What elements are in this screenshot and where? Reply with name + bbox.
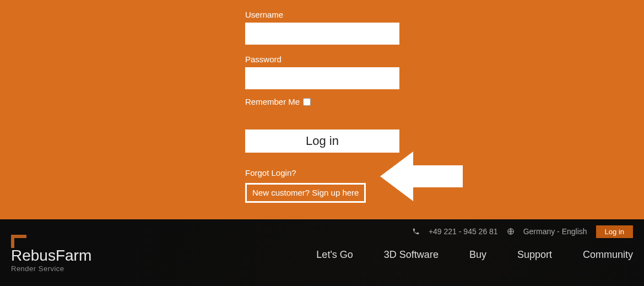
remember-label: Remember Me (245, 97, 300, 106)
username-label: Username (245, 10, 399, 19)
signup-button[interactable]: New customer? Sign up here (245, 183, 366, 203)
logo[interactable]: RebusFarm Render Service (11, 235, 91, 273)
phone-number[interactable]: +49 221 - 945 26 81 (429, 227, 498, 236)
main-nav: Let's Go 3D Software Buy Support Communi… (316, 249, 633, 261)
nav-support[interactable]: Support (517, 249, 552, 261)
globe-icon (507, 228, 515, 235)
nav-3d-software[interactable]: 3D Software (384, 249, 439, 261)
phone-icon (412, 228, 420, 235)
remember-row: Remember Me (245, 97, 399, 106)
nav-community[interactable]: Community (583, 249, 633, 261)
forgot-login-link[interactable]: Forgot Login? (245, 168, 399, 177)
remember-checkbox[interactable] (303, 98, 311, 106)
logo-text: RebusFarm (11, 248, 91, 263)
utility-bar: +49 221 - 945 26 81 Germany - English Lo… (11, 225, 633, 238)
nav-lets-go[interactable]: Let's Go (316, 249, 353, 261)
logo-mark-icon (11, 235, 26, 248)
logo-brand-second: Farm (56, 247, 91, 264)
signup-label: New customer? Sign up here (252, 188, 359, 197)
header-login-button[interactable]: Log in (596, 225, 633, 238)
login-button[interactable]: Log in (245, 129, 399, 153)
password-label: Password (245, 55, 399, 64)
language-selector[interactable]: Germany - English (523, 227, 587, 236)
username-input[interactable] (245, 23, 399, 45)
logo-brand-first: Rebus (11, 247, 56, 264)
login-panel: Username Password Remember Me Log in For… (0, 0, 644, 219)
password-input[interactable] (245, 67, 399, 89)
logo-subtitle: Render Service (11, 265, 91, 273)
login-form: Username Password Remember Me Log in For… (245, 10, 399, 203)
nav-buy[interactable]: Buy (469, 249, 486, 261)
site-header: +49 221 - 945 26 81 Germany - English Lo… (0, 219, 644, 286)
